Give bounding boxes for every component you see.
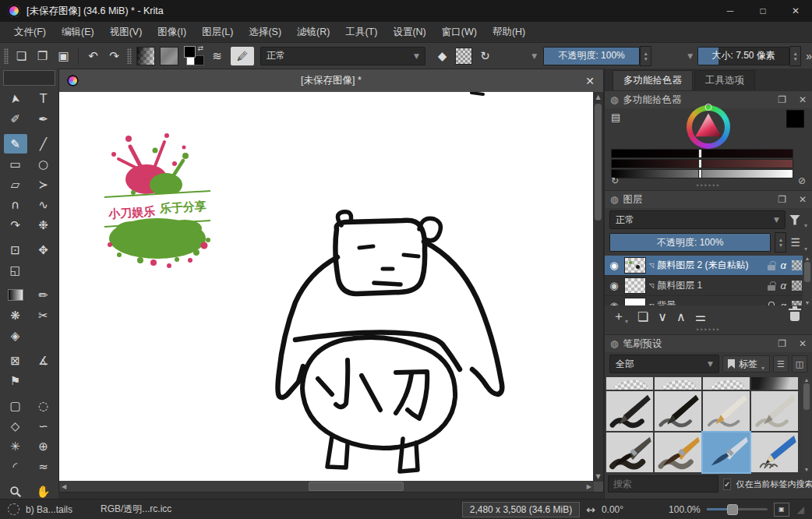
alpha-lock-icon[interactable]: α bbox=[781, 260, 786, 271]
close-docker-icon[interactable]: ✕ bbox=[799, 338, 807, 349]
brush-preset-fineliner-pen[interactable] bbox=[703, 391, 750, 431]
redo-button[interactable]: ↷ bbox=[104, 46, 125, 66]
menu-item-1[interactable]: 编辑(E) bbox=[54, 23, 102, 42]
layer-name[interactable]: 颜料图层 1 bbox=[657, 279, 764, 292]
toolbar-grip[interactable] bbox=[127, 48, 132, 64]
menu-item-6[interactable]: 滤镜(R) bbox=[289, 23, 337, 42]
docker-lock-icon[interactable]: ◍ bbox=[610, 338, 618, 349]
vertical-scroll-thumb[interactable] bbox=[595, 104, 602, 221]
brush-preset-pencil-blue[interactable] bbox=[751, 432, 798, 472]
foreground-background-colors[interactable]: ⇄ bbox=[184, 46, 203, 65]
edit-shapes-tool[interactable]: ✐ bbox=[4, 109, 27, 129]
smart-patch-tool[interactable]: ✂ bbox=[32, 305, 55, 325]
fill-tool[interactable]: ◈ bbox=[4, 326, 27, 345]
brush-preset-eraser-soft[interactable] bbox=[606, 377, 653, 390]
pattern-edit-tool[interactable]: ❋ bbox=[4, 305, 27, 325]
calligraphy-tool[interactable]: ✒ bbox=[32, 109, 55, 129]
canvas-vertical-scrollbar[interactable]: ▲ ▼ bbox=[593, 92, 603, 482]
horizontal-scroll-thumb[interactable] bbox=[309, 482, 404, 491]
text-tool[interactable]: T bbox=[32, 89, 55, 108]
current-color-swatch[interactable] bbox=[786, 110, 804, 128]
layer-opacity-slider[interactable]: 不透明度: 100% bbox=[609, 233, 771, 252]
alpha-inherit-icon[interactable] bbox=[792, 260, 802, 270]
rectangle-tool[interactable]: ▭ bbox=[4, 154, 27, 174]
brush-preset-eraser-small[interactable] bbox=[703, 377, 750, 390]
minimize-button[interactable]: ─ bbox=[714, 0, 747, 22]
zoom-fit-button[interactable]: ▣ bbox=[774, 503, 789, 517]
menu-item-9[interactable]: 窗口(W) bbox=[434, 23, 485, 42]
scroll-up-icon[interactable]: ▲ bbox=[593, 92, 602, 102]
alpha-lock-icon[interactable]: α bbox=[781, 300, 786, 305]
brush-size-slider[interactable]: 大小: 7.50 像素 bbox=[697, 47, 789, 65]
docker-lock-icon[interactable]: ◍ bbox=[610, 94, 618, 105]
selector-settings-icon[interactable]: ▤ bbox=[611, 111, 620, 123]
move-layer-up-button[interactable]: ∧ bbox=[676, 309, 686, 324]
layer-row-2[interactable]: ◉◹背景α bbox=[605, 296, 812, 305]
brush-preset-paintbrush-dark[interactable] bbox=[606, 432, 653, 472]
brush-editor-button[interactable]: 🖉 bbox=[231, 47, 254, 65]
preserve-alpha-button[interactable] bbox=[455, 48, 472, 65]
tags-button[interactable]: 标签 ▾ bbox=[722, 355, 770, 372]
multibrush-tool[interactable]: ❉ bbox=[32, 215, 55, 235]
rect-select-tool[interactable]: ▢ bbox=[4, 396, 27, 415]
pattern-chooser-swatch[interactable] bbox=[160, 47, 178, 65]
toolbar-overflow-button[interactable]: » bbox=[806, 50, 812, 62]
move-tool[interactable]: ✥ bbox=[32, 240, 55, 260]
menu-item-5[interactable]: 选择(S) bbox=[241, 23, 289, 42]
docker-lock-icon[interactable]: ◍ bbox=[610, 194, 618, 205]
opacity-spin-buttons[interactable]: ▲▼ bbox=[640, 46, 651, 66]
reload-preset-button[interactable]: ↻ bbox=[475, 46, 496, 66]
alpha-inherit-icon[interactable] bbox=[792, 281, 802, 291]
layer-menu-icon[interactable]: ☰ bbox=[790, 236, 800, 249]
layer-style-expander-icon[interactable]: ◹ bbox=[649, 282, 654, 289]
scroll-right-icon[interactable]: ▶ bbox=[584, 482, 594, 492]
layer-thumbnail[interactable] bbox=[624, 277, 646, 294]
menu-item-8[interactable]: 设置(N) bbox=[385, 23, 433, 42]
bezier-curve-tool[interactable]: ∩ bbox=[4, 195, 27, 214]
menu-item-10[interactable]: 帮助(H) bbox=[485, 23, 533, 42]
toolbar-grip[interactable] bbox=[4, 48, 9, 64]
maximize-button[interactable]: □ bbox=[747, 0, 779, 22]
brush-search-input[interactable] bbox=[608, 475, 718, 493]
brush-preset-eraser-circle[interactable] bbox=[655, 377, 701, 390]
brush-preset-airbrush-soft[interactable] bbox=[751, 377, 798, 390]
layer-style-expander-icon[interactable]: ◹ bbox=[649, 302, 654, 305]
float-docker-icon[interactable]: ❐ bbox=[778, 338, 786, 349]
zoom-slider-handle[interactable] bbox=[727, 504, 738, 515]
canvas-subwindow-titlebar[interactable]: [未保存图像] * ✕ bbox=[59, 69, 603, 92]
update-color-history-icon[interactable]: ↻ bbox=[611, 175, 619, 186]
add-layer-button[interactable]: ＋▾ bbox=[613, 309, 628, 325]
freehand-brush-tool[interactable]: ✎ bbox=[4, 134, 27, 154]
layer-lock-icon[interactable] bbox=[768, 265, 775, 270]
polygon-tool[interactable]: ▱ bbox=[4, 175, 27, 194]
move-layer-down-button[interactable]: ∨ bbox=[658, 309, 667, 324]
layer-properties-button[interactable]: ⚌ bbox=[695, 309, 706, 324]
canvas-horizontal-scrollbar[interactable]: ◀ ▶ bbox=[59, 481, 594, 492]
layer-visibility-icon[interactable]: ◉ bbox=[607, 300, 621, 305]
scroll-down-icon[interactable]: ▼ bbox=[593, 471, 602, 482]
canvas-close-icon[interactable]: ✕ bbox=[577, 75, 603, 87]
alpha-lock-icon[interactable]: α bbox=[781, 280, 786, 291]
brush-preset-paintbrush-orange[interactable] bbox=[655, 432, 701, 472]
layer-thumbnail[interactable] bbox=[624, 257, 646, 274]
freehand-path-tool[interactable]: ∿ bbox=[32, 195, 55, 214]
line-tool[interactable]: ╱ bbox=[32, 134, 55, 154]
brush-size-spin-buttons[interactable]: ▲▼ bbox=[789, 46, 801, 66]
ellipse-select-tool[interactable]: ◌ bbox=[32, 396, 55, 415]
undo-button[interactable]: ↶ bbox=[83, 46, 104, 66]
select-shapes-tool[interactable]: ➤ bbox=[4, 89, 27, 108]
float-docker-icon[interactable]: ❐ bbox=[778, 94, 786, 105]
bezier-select-tool[interactable]: ◜ bbox=[4, 457, 27, 476]
menu-item-4[interactable]: 图层(L) bbox=[194, 23, 241, 42]
gradient-chooser-swatch[interactable] bbox=[136, 47, 155, 65]
brush-preset-silver-pen[interactable] bbox=[751, 391, 798, 431]
layer-lock-icon[interactable] bbox=[768, 285, 775, 291]
swap-colors-icon[interactable]: ⇄ bbox=[197, 44, 203, 52]
foreground-color-swatch[interactable] bbox=[184, 46, 196, 58]
save-button[interactable]: ▣ bbox=[53, 46, 74, 66]
close-docker-icon[interactable]: ✕ bbox=[799, 194, 807, 205]
layer-opacity-spin[interactable]: ▲▼ bbox=[775, 232, 786, 252]
brush-preset-watercolor-brush[interactable] bbox=[703, 432, 750, 472]
opacity-slider[interactable]: 不透明度: 100% bbox=[543, 47, 640, 65]
shade-bar-1[interactable] bbox=[611, 149, 793, 158]
